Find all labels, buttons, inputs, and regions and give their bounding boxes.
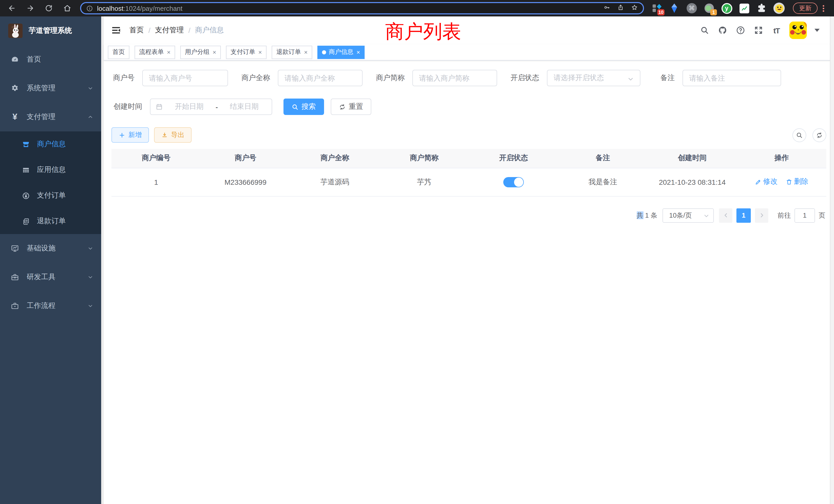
app-logo[interactable]: 芋道管理系统 xyxy=(0,17,101,45)
goto-page-input[interactable] xyxy=(794,208,815,223)
sidebar-item-refund-order[interactable]: 退款订单 xyxy=(0,208,101,234)
search-button[interactable]: 搜索 xyxy=(284,98,324,115)
tag-pay-order[interactable]: 支付订单× xyxy=(226,45,266,59)
tag-refund-order[interactable]: 退款订单× xyxy=(272,45,312,59)
sidebar-fold-icon[interactable] xyxy=(111,25,121,36)
back-button[interactable] xyxy=(5,2,19,15)
table-row: 1 M233666999 芋道源码 芋艿 我是备注 2021-10-23 08:… xyxy=(111,168,826,196)
search-icon xyxy=(292,104,299,110)
tag-process-form[interactable]: 流程表单× xyxy=(135,45,175,59)
password-key-icon[interactable] xyxy=(603,4,610,13)
reload-icon xyxy=(45,4,53,12)
breadcrumb-home[interactable]: 首页 xyxy=(129,26,144,35)
tile-extension-icon[interactable]: 10 xyxy=(651,3,662,14)
fullscreen-icon[interactable] xyxy=(753,25,764,36)
tag-user-group[interactable]: 用户分组× xyxy=(180,45,221,59)
close-icon[interactable]: × xyxy=(167,48,171,56)
sidebar-item-label: 基础设施 xyxy=(27,244,88,253)
filter-label: 商户全称 xyxy=(239,73,270,83)
share-icon[interactable] xyxy=(617,4,624,13)
refresh-icon xyxy=(339,104,346,110)
chart-extension-icon[interactable] xyxy=(739,3,750,14)
close-icon[interactable]: × xyxy=(304,48,308,56)
page-size-select[interactable]: 10条/页 xyxy=(662,208,714,223)
date-range-picker[interactable]: 开始日期 - 结束日期 xyxy=(150,98,272,115)
emoji-extension-icon[interactable] xyxy=(773,3,785,14)
tag-home[interactable]: 首页 xyxy=(108,45,129,59)
y-extension-icon[interactable]: y xyxy=(721,3,732,14)
toggle-search-button[interactable] xyxy=(792,128,806,142)
sidebar-item-app-info[interactable]: 应用信息 xyxy=(0,157,101,183)
merchant-short-name-input[interactable] xyxy=(419,74,490,82)
update-button[interactable]: 更新 xyxy=(793,3,817,14)
bookmark-star-icon[interactable] xyxy=(631,4,638,13)
close-icon[interactable]: × xyxy=(356,48,360,56)
payment-submenu: 商户信息 应用信息 支付订单 xyxy=(0,131,101,234)
filter-label: 商户号 xyxy=(111,73,135,83)
refresh-table-button[interactable] xyxy=(812,128,826,142)
sidebar-item-payment[interactable]: ¥ 支付管理 xyxy=(0,102,101,131)
delete-link[interactable]: 删除 xyxy=(786,177,808,187)
prev-page-button[interactable] xyxy=(719,208,732,223)
sidebar-item-home[interactable]: 首页 xyxy=(0,45,101,74)
font-size-icon[interactable]: tT xyxy=(771,25,782,36)
sidebar-item-merchant-info[interactable]: 商户信息 xyxy=(0,131,101,157)
command-extension-icon[interactable]: ⌘ xyxy=(686,3,697,14)
help-icon[interactable] xyxy=(736,25,746,36)
close-icon[interactable]: × xyxy=(213,48,216,56)
forward-icon xyxy=(26,4,35,12)
sidebar-item-infrastructure[interactable]: 基础设施 xyxy=(0,234,101,263)
meeting-extension-icon[interactable]: 1 xyxy=(704,3,715,14)
status-toggle[interactable] xyxy=(503,177,524,187)
header-search-icon[interactable] xyxy=(699,25,710,36)
user-avatar[interactable] xyxy=(789,22,807,39)
date-start-placeholder: 开始日期 xyxy=(167,102,212,111)
edit-link[interactable]: 修改 xyxy=(755,177,777,187)
merchant-name-input[interactable] xyxy=(285,74,356,82)
app-title: 芋道管理系统 xyxy=(29,26,72,36)
select-placeholder: 请选择开启状态 xyxy=(554,73,604,83)
add-button[interactable]: 新增 xyxy=(111,127,149,143)
tag-label: 用户分组 xyxy=(185,48,210,56)
home-button[interactable] xyxy=(61,2,74,15)
download-icon xyxy=(161,132,168,138)
search-icon xyxy=(796,132,803,138)
briefcase-icon xyxy=(10,301,20,311)
sidebar: 芋道管理系统 首页 系统管理 ¥ xyxy=(0,17,101,504)
avatar-caret-icon[interactable] xyxy=(814,29,820,32)
tag-label: 商户信息 xyxy=(329,48,353,56)
next-page-button[interactable] xyxy=(755,208,768,223)
browser-chrome: localhost:1024/pay/merchant 10 xyxy=(0,0,834,17)
sidebar-item-dev-tools[interactable]: 研发工具 xyxy=(0,263,101,292)
filter-label: 备注 xyxy=(652,73,675,83)
extensions-puzzle-icon[interactable] xyxy=(756,3,767,14)
site-info-icon[interactable] xyxy=(86,5,93,12)
filter-label: 商户简称 xyxy=(374,73,405,83)
export-button[interactable]: 导出 xyxy=(154,127,192,143)
browser-menu-icon[interactable] xyxy=(820,3,827,14)
address-bar[interactable]: localhost:1024/pay/merchant xyxy=(80,2,644,14)
goto-label: 前往 xyxy=(777,211,791,220)
sidebar-scrollbar-gutter[interactable] xyxy=(101,17,104,504)
filter-row-2: 创建时间 开始日期 - 结束日期 搜索 xyxy=(111,98,826,115)
merchant-no-input[interactable] xyxy=(149,74,221,82)
breadcrumb-payment[interactable]: 支付管理 xyxy=(155,26,184,35)
reset-button[interactable]: 重置 xyxy=(331,98,371,115)
filter-label: 创建时间 xyxy=(111,102,142,111)
sidebar-item-pay-order[interactable]: 支付订单 xyxy=(0,183,101,208)
tag-merchant-info[interactable]: 商户信息× xyxy=(317,45,365,59)
status-select[interactable]: 请选择开启状态 xyxy=(547,70,640,86)
url-path: :1024/pay/merchant xyxy=(124,4,182,12)
page-1-button[interactable]: 1 xyxy=(737,208,751,223)
remark-input[interactable] xyxy=(689,74,774,82)
sidebar-item-system[interactable]: 系统管理 xyxy=(0,74,101,102)
delete-label: 删除 xyxy=(794,177,808,187)
forward-button[interactable] xyxy=(24,2,37,15)
close-icon[interactable]: × xyxy=(258,48,262,56)
github-icon[interactable] xyxy=(718,25,728,36)
sidebar-item-workflow[interactable]: 工作流程 xyxy=(0,292,101,320)
gem-extension-icon[interactable] xyxy=(668,3,680,14)
reload-button[interactable] xyxy=(42,2,56,15)
page-scrollbar-gutter[interactable] xyxy=(830,17,834,504)
refresh-icon xyxy=(816,132,823,138)
